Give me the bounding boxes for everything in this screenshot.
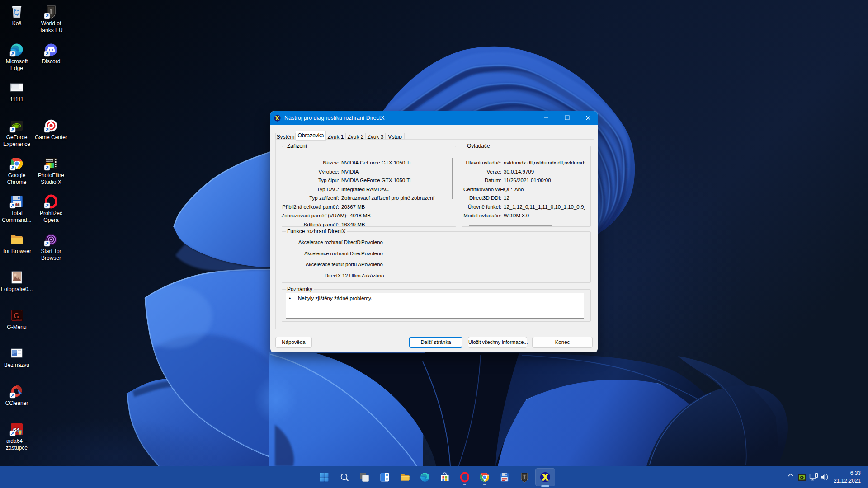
svg-text:MENU: MENU xyxy=(16,318,22,320)
svg-text:STUDIO: STUDIO xyxy=(46,160,54,162)
